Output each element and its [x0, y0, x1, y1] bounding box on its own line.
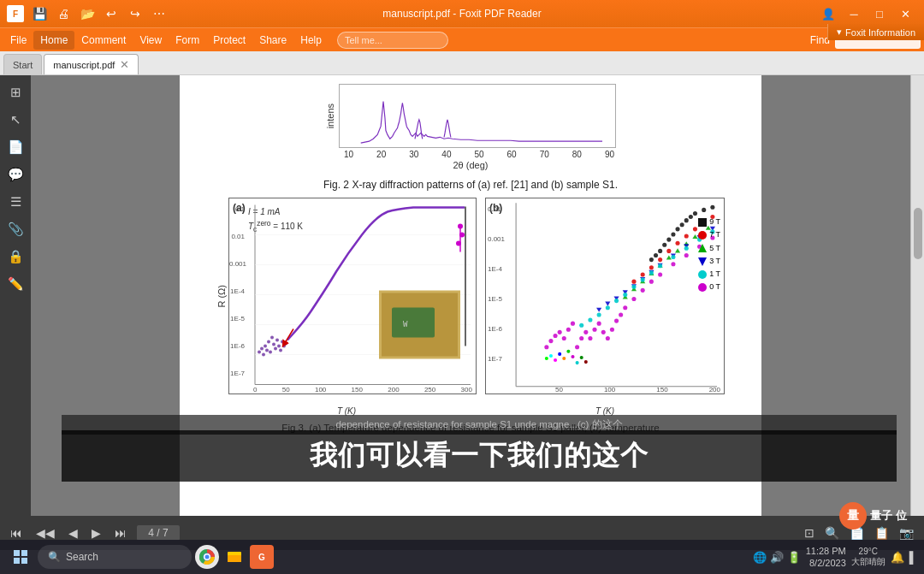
chart-b-ytick-2: 0.001: [488, 235, 505, 243]
scroll-track: [914, 75, 922, 516]
svg-point-90: [658, 263, 662, 268]
page-next-button[interactable]: ▶: [88, 524, 104, 541]
battery-icon[interactable]: 🔋: [787, 551, 801, 564]
tab-start-label: Start: [13, 60, 33, 70]
more-icon[interactable]: ⋯: [149, 3, 169, 24]
svg-point-37: [654, 253, 658, 257]
svg-point-48: [710, 205, 714, 210]
title-bar: F 💾 🖨 📂 ↩ ↪ ⋯ manuscript.pdf - Foxit PDF…: [0, 0, 924, 27]
sidebar-edit-icon[interactable]: ✏️: [3, 272, 27, 296]
minimize-button[interactable]: ─: [842, 5, 866, 22]
svg-point-88: [641, 278, 645, 282]
watermark-logo: 量: [839, 502, 867, 530]
taskbar-chrome-icon[interactable]: [195, 545, 219, 569]
svg-point-49: [631, 280, 636, 284]
svg-point-86: [623, 293, 627, 297]
show-desktop-icon[interactable]: ▌: [909, 551, 917, 564]
page-last-button[interactable]: ⏭: [111, 524, 130, 541]
sidebar-pages-icon[interactable]: 📄: [3, 135, 27, 159]
search-icon: 🔍: [48, 551, 61, 563]
taskbar-pdf-icon[interactable]: G: [250, 545, 274, 569]
menu-help[interactable]: Help: [293, 31, 329, 50]
svg-point-113: [623, 305, 627, 310]
menu-home[interactable]: Home: [33, 31, 74, 50]
chart-a-ytick-4: 1E-4: [229, 287, 245, 295]
chart-a: (a) I = 1 mA Tczero = 110 K 0.1 0.01 0.0…: [228, 198, 477, 394]
svg-marker-69: [596, 308, 601, 312]
svg-point-53: [666, 249, 671, 253]
volume-icon[interactable]: 🔊: [770, 551, 784, 564]
redo-icon[interactable]: ↪: [125, 3, 145, 24]
svg-rect-140: [228, 555, 241, 562]
svg-point-125: [558, 352, 561, 356]
svg-point-10: [262, 353, 265, 357]
open-icon[interactable]: 📂: [77, 3, 98, 24]
menu-form[interactable]: Form: [169, 31, 206, 50]
weather-temp: 29°C: [851, 547, 886, 557]
user-icon[interactable]: 👤: [816, 5, 840, 22]
svg-point-54: [675, 241, 679, 246]
notification-icon[interactable]: 🔔: [891, 551, 904, 564]
clock[interactable]: 11:28 PM 8/2/2023: [806, 545, 846, 570]
svg-marker-65: [675, 248, 680, 252]
sidebar-layers-icon[interactable]: ☰: [3, 190, 27, 214]
chart-a-container: R (Ω) (a) I = 1 mA Tczero = 110 K 0.1 0.…: [216, 198, 477, 416]
sidebar-security-icon[interactable]: 🔒: [3, 245, 27, 269]
undo-icon[interactable]: ↩: [101, 3, 121, 24]
menu-file[interactable]: File: [3, 31, 33, 50]
chart-a-y-label: R (Ω): [216, 285, 227, 308]
chart-b-ytick-5: 1E-6: [488, 325, 502, 333]
svg-point-8: [258, 351, 261, 354]
svg-point-41: [671, 232, 675, 236]
svg-point-42: [675, 227, 679, 231]
maximize-button[interactable]: □: [868, 5, 891, 22]
tab-close-icon[interactable]: ✕: [120, 58, 129, 71]
svg-point-98: [558, 330, 562, 334]
sidebar-cursor-icon[interactable]: ↖: [3, 108, 27, 132]
menu-share[interactable]: Share: [252, 31, 293, 50]
windows-start-button[interactable]: [7, 543, 34, 571]
page-prev-button[interactable]: ◀: [65, 524, 81, 541]
svg-point-114: [631, 297, 636, 301]
svg-point-18: [275, 339, 279, 342]
svg-point-92: [684, 246, 689, 251]
xrd-x-ticks: 102030405060708090: [344, 150, 614, 159]
page-first-button[interactable]: ⏮: [7, 524, 26, 541]
svg-point-84: [606, 305, 610, 310]
menu-comment[interactable]: Comment: [74, 31, 133, 50]
svg-point-102: [575, 345, 579, 349]
svg-point-45: [689, 215, 693, 219]
fit-page-button[interactable]: ⊡: [801, 524, 818, 541]
save-icon[interactable]: 💾: [29, 3, 50, 24]
close-button[interactable]: ✕: [893, 5, 917, 22]
menu-view[interactable]: View: [133, 31, 169, 50]
taskbar-right: 🌐 🔊 🔋 11:28 PM 8/2/2023 29°C 大部晴朗 🔔 ▌: [753, 545, 917, 570]
svg-text:W: W: [403, 320, 408, 328]
charts-row: R (Ω) (a) I = 1 mA Tczero = 110 K 0.1 0.…: [214, 198, 727, 416]
sidebar-comments-icon[interactable]: 💬: [3, 163, 27, 186]
right-scrollbar[interactable]: [910, 75, 924, 516]
svg-point-115: [641, 288, 645, 293]
sidebar-home-icon[interactable]: ⊞: [3, 80, 27, 104]
taskbar-files-icon[interactable]: [222, 545, 246, 569]
menu-protect[interactable]: Protect: [206, 31, 252, 50]
svg-point-52: [658, 257, 662, 262]
svg-point-11: [264, 345, 267, 348]
page-prev-prev-button[interactable]: ◀◀: [33, 524, 58, 541]
tell-me-input[interactable]: [337, 32, 448, 49]
network-icon[interactable]: 🌐: [753, 551, 767, 564]
tab-manuscript[interactable]: manuscript.pdf ✕: [44, 54, 139, 74]
svg-point-108: [601, 330, 606, 334]
foxit-info-button[interactable]: ▾ Foxit Information: [827, 24, 924, 40]
page-indicator: 4 / 7: [137, 525, 180, 541]
tab-start[interactable]: Start: [3, 54, 42, 74]
left-sidebar: ⊞ ↖ 📄 💬 ☰ 📎 🔒 ✏️: [0, 75, 31, 516]
svg-point-21: [281, 340, 284, 344]
print-icon[interactable]: 🖨: [53, 3, 74, 24]
svg-point-43: [680, 222, 684, 227]
tab-manuscript-label: manuscript.pdf: [53, 60, 115, 70]
svg-point-118: [671, 262, 675, 266]
scroll-thumb[interactable]: [914, 208, 922, 259]
taskbar-search-bar[interactable]: 🔍 Search: [38, 545, 192, 569]
sidebar-attachments-icon[interactable]: 📎: [3, 217, 27, 241]
